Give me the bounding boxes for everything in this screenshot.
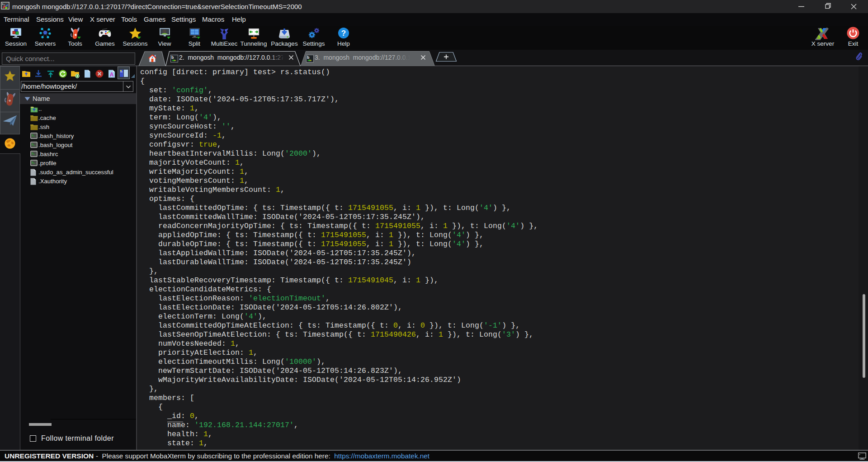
svg-text:b: b (307, 56, 309, 60)
svg-text:A: A (110, 71, 114, 78)
svg-text:?: ? (341, 29, 346, 38)
svg-text:b: b (171, 56, 174, 60)
